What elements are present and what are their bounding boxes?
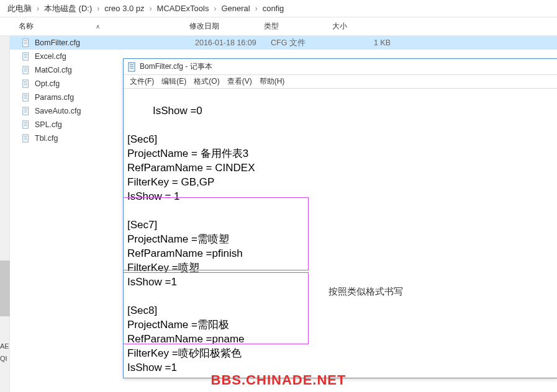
file-icon [21,66,31,74]
notepad-textarea[interactable]: IsShow =0 [Sec6] ProjectName = 备用件表3 Ref… [124,89,557,376]
header-size[interactable]: 大小 [326,19,388,34]
chevron-right-icon: › [34,4,42,13]
menu-view[interactable]: 查看(V) [224,75,256,88]
notepad-menubar: 文件(F) 编辑(E) 格式(O) 查看(V) 帮助(H) [124,75,557,89]
pin-column [0,36,10,392]
svg-rect-16 [23,94,29,101]
file-icon [21,120,31,129]
file-row[interactable]: BomFilter.cfg2016-01-18 16:09CFG 文件1 KB [10,36,557,50]
breadcrumb-item[interactable]: creo 3.0 pz [102,2,147,14]
svg-rect-24 [23,121,29,128]
file-type: CFG 文件 [271,38,341,48]
header-date[interactable]: 修改日期 [183,19,258,34]
header-name[interactable]: 名称 ∧ [12,19,183,34]
notepad-icon [127,62,137,72]
svg-rect-4 [23,53,29,60]
file-icon [21,52,31,61]
svg-rect-32 [129,63,135,71]
notepad-titlebar[interactable]: BomFilter.cfg - 记事本 [124,59,557,75]
chevron-right-icon: › [211,4,219,13]
breadcrumb-item[interactable]: 本地磁盘 (D:) [42,2,94,16]
left-cut-labels: AE QI [0,342,9,367]
file-size: 1 KB [341,38,403,47]
sort-asc-icon: ∧ [96,23,100,30]
file-icon [21,93,31,102]
chevron-right-icon: › [253,4,260,13]
header-type[interactable]: 类型 [258,19,326,34]
file-date: 2016-01-18 16:09 [195,38,271,47]
chevron-right-icon: › [147,4,155,13]
svg-rect-28 [23,135,29,142]
svg-rect-20 [23,107,29,115]
svg-rect-12 [23,80,29,87]
file-icon [21,134,31,143]
menu-help[interactable]: 帮助(H) [256,75,289,88]
file-icon [21,107,31,115]
notepad-window: BomFilter.cfg - 记事本 文件(F) 编辑(E) 格式(O) 查看… [123,58,557,378]
scrollbar-thumb[interactable] [0,261,10,316]
annotation-text: 按照类似格式书写 [328,285,403,298]
notepad-text: IsShow =0 [Sec6] ProjectName = 备用件表3 Ref… [127,105,255,373]
breadcrumb: 此电脑 › 本地磁盘 (D:) › creo 3.0 pz › MCADExTo… [0,0,557,17]
breadcrumb-item[interactable]: General [219,2,252,14]
column-headers: 名称 ∧ 修改日期 类型 大小 [0,17,557,36]
file-icon [21,38,31,47]
svg-rect-8 [23,66,29,74]
menu-edit[interactable]: 编辑(E) [158,75,190,88]
notepad-title-text: BomFilter.cfg - 记事本 [140,61,212,72]
breadcrumb-item[interactable]: MCADExTools [155,2,212,14]
menu-file[interactable]: 文件(F) [126,75,158,88]
file-icon [21,79,31,88]
watermark: BBS.CHINADE.NET [211,372,346,388]
menu-format[interactable]: 格式(O) [190,75,223,88]
file-name: BomFilter.cfg [35,38,195,47]
svg-rect-0 [23,39,29,47]
chevron-right-icon: › [94,4,102,13]
breadcrumb-item[interactable]: 此电脑 [5,2,34,16]
breadcrumb-item[interactable]: config [260,2,287,14]
